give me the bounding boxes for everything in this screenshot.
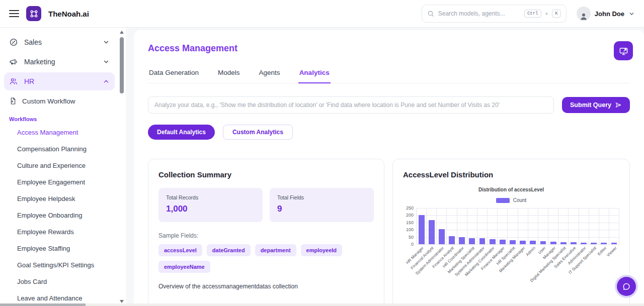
chart-column bbox=[477, 208, 488, 244]
search-input[interactable] bbox=[438, 10, 520, 17]
chart-column bbox=[528, 208, 538, 244]
chart-y-axis: 050100150200250 bbox=[403, 208, 416, 244]
bar-finance-manager[interactable] bbox=[500, 240, 506, 244]
bar-chart: 050100150200250 bbox=[403, 208, 619, 244]
brand-logo[interactable] bbox=[26, 6, 41, 21]
chevron-up-icon bbox=[103, 78, 110, 85]
bar-marketing-coordinator[interactable] bbox=[490, 239, 496, 244]
default-analytics-button[interactable]: Default Analytics bbox=[148, 125, 215, 140]
custom-analytics-button[interactable]: Custom Analytics bbox=[223, 125, 293, 140]
chart-column bbox=[417, 208, 427, 244]
field-chip-dategranted[interactable]: dateGranted bbox=[207, 244, 251, 256]
users-icon bbox=[9, 77, 18, 86]
distribution-heading: AccessLevel Distribution bbox=[403, 170, 619, 179]
open-fullscreen-button[interactable] bbox=[614, 41, 633, 60]
chart-column bbox=[569, 208, 579, 244]
scroll-down-icon[interactable] bbox=[120, 300, 124, 303]
stat-total-records: Total Records 1,000 bbox=[158, 188, 263, 222]
submit-query-label: Submit Query bbox=[570, 101, 611, 109]
bar-system-administrator[interactable] bbox=[439, 229, 445, 244]
shortcut-key-ctrl: Ctrl bbox=[524, 10, 541, 18]
chart-column bbox=[427, 208, 437, 244]
tab-analytics[interactable]: Analytics bbox=[298, 66, 331, 83]
y-tick-label: 100 bbox=[406, 227, 414, 232]
horizontal-scrollbar-thumb[interactable] bbox=[0, 303, 86, 306]
workflow-item-culture-and-experience[interactable]: Culture and Experience bbox=[0, 157, 119, 174]
collection-summary-heading: Collection Summary bbox=[158, 170, 374, 179]
field-chip-employeeid[interactable]: employeeId bbox=[301, 244, 343, 256]
bar-hr-manager[interactable] bbox=[419, 215, 425, 244]
collection-overview: Overview of the accessmanagementdatas co… bbox=[158, 283, 374, 290]
chart-column bbox=[488, 208, 498, 244]
workflow-item-compensation-planning[interactable]: Compensation Planning bbox=[0, 141, 119, 157]
y-tick-label: 50 bbox=[409, 235, 414, 240]
scroll-up-icon[interactable] bbox=[120, 31, 124, 34]
user-menu[interactable]: John Doe bbox=[577, 7, 635, 21]
chat-fab-button[interactable] bbox=[615, 275, 638, 298]
chart-column bbox=[498, 208, 508, 244]
sidebar-item-marketing[interactable]: Marketing bbox=[4, 53, 115, 71]
stat-total-fields: Total Fields 9 bbox=[270, 188, 374, 222]
field-chip-employeename[interactable]: employeeName bbox=[158, 261, 210, 273]
chart-column bbox=[457, 208, 467, 244]
horizontal-scrollbar bbox=[0, 303, 644, 306]
global-search[interactable]: Ctrl + K bbox=[422, 5, 567, 23]
x-tick-label: Admin bbox=[525, 246, 536, 257]
workflow-item-employee-engagement[interactable]: Employee Engagement bbox=[0, 174, 119, 190]
x-tick-label: Viewer bbox=[606, 246, 618, 258]
workflow-item-employee-helpdesk[interactable]: Employee Helpdesk bbox=[0, 190, 119, 207]
field-chip-accesslevel[interactable]: accessLevel bbox=[158, 244, 202, 256]
chart-column bbox=[599, 208, 609, 244]
legend-count-label: Count bbox=[513, 197, 527, 203]
workflow-item-employee-rewards[interactable]: Employee Rewards bbox=[0, 224, 119, 240]
menu-icon[interactable] bbox=[9, 10, 19, 17]
y-tick-label: 250 bbox=[406, 206, 414, 211]
stat-label: Total Records bbox=[166, 194, 255, 200]
page-title: Access Management bbox=[148, 43, 630, 54]
sidebar-item-label: Custom Workflow bbox=[22, 97, 75, 105]
sidebar-item-label: Sales bbox=[24, 38, 42, 46]
bar-marketing-manager[interactable] bbox=[520, 241, 526, 244]
workflow-item-jobs-card[interactable]: Jobs Card bbox=[0, 273, 119, 290]
chart-column bbox=[467, 208, 477, 244]
bar-systems-administrator[interactable] bbox=[479, 238, 486, 244]
chart-column bbox=[447, 208, 457, 244]
analytics-query-input[interactable] bbox=[148, 96, 554, 114]
chart-column bbox=[508, 208, 518, 244]
bar-financial-analyst[interactable] bbox=[429, 220, 435, 244]
bar-hr-coordinator[interactable] bbox=[459, 237, 465, 244]
sidebar-item-custom-workflow[interactable]: Custom Workflow bbox=[0, 92, 119, 110]
workflow-item-employee-onboarding[interactable]: Employee Onboarding bbox=[0, 207, 119, 224]
workflow-item-employee-staffing[interactable]: Employee Staffing bbox=[0, 240, 119, 257]
field-chip-department[interactable]: department bbox=[255, 244, 296, 256]
monitor-share-icon bbox=[619, 46, 628, 56]
tab-models[interactable]: Models bbox=[217, 66, 241, 83]
shortcut-plus: + bbox=[545, 11, 548, 17]
submit-query-button[interactable]: Submit Query bbox=[562, 97, 630, 113]
tab-agents[interactable]: Agents bbox=[258, 66, 281, 83]
megaphone-icon bbox=[9, 57, 18, 66]
workflow-item-access-management[interactable]: Access Management bbox=[0, 124, 119, 141]
sidebar: Sales Marketing HR Custom Workflow Workf… bbox=[0, 28, 126, 306]
bar-marketing-specialist[interactable] bbox=[469, 238, 475, 244]
tab-data-generation[interactable]: Data Generation bbox=[148, 66, 200, 83]
workflow-item-goal-settings-kpi-settings[interactable]: Goal Settings/KPI Settings bbox=[0, 257, 119, 273]
chart-legend: Count bbox=[403, 197, 619, 203]
stat-value: 1,000 bbox=[166, 204, 255, 214]
sidebar-item-hr[interactable]: HR bbox=[4, 72, 115, 90]
chart-column bbox=[548, 208, 558, 244]
analytics-mode-toggle: Default AnalyticsCustom Analytics bbox=[148, 125, 630, 140]
brand-name: TheNoah.ai bbox=[48, 10, 89, 18]
chart-column bbox=[437, 208, 447, 244]
collection-summary-card: Collection Summary Total Records 1,000 T… bbox=[148, 159, 384, 306]
chevron-down-icon bbox=[103, 58, 110, 65]
chart-column bbox=[609, 208, 619, 244]
avatar bbox=[577, 7, 591, 21]
chart-title: Distribution of accessLevel bbox=[403, 187, 619, 192]
sidebar-item-sales[interactable]: Sales bbox=[4, 33, 115, 51]
bar-finance-analyst[interactable] bbox=[449, 236, 455, 244]
bar-hr-specialist[interactable] bbox=[510, 240, 516, 244]
sidebar-scrollbar-thumb[interactable] bbox=[120, 37, 124, 93]
chart-column bbox=[558, 208, 569, 244]
bar-admin[interactable] bbox=[530, 241, 536, 244]
